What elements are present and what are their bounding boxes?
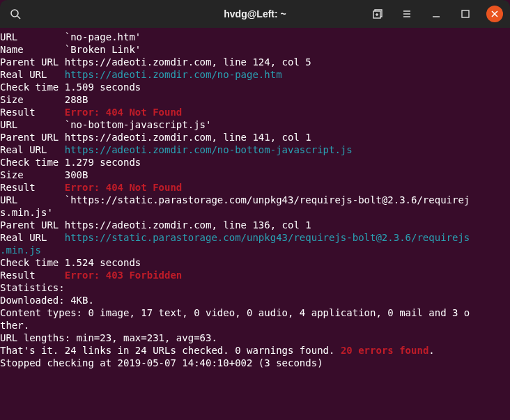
maximize-button[interactable] (457, 6, 474, 22)
entry-parent: Parent URL https://adeoti.zomdir.com, li… (0, 219, 510, 231)
entry-check: Check time 1.279 seconds (0, 156, 510, 169)
svg-point-0 (11, 10, 18, 17)
entry-url: URL `https://static.parastorage.com/unpk… (0, 194, 510, 206)
stats-heading: Statistics: (0, 281, 510, 294)
entry-real-cont: .min.js (0, 244, 510, 256)
entry-parent: Parent URL https://adeoti.zomdir.com, li… (0, 56, 510, 68)
entry-url: URL `no-bottom-javascript.js' (0, 118, 510, 131)
stats-downloaded: Downloaded: 4KB. (0, 294, 510, 306)
entry-check: Check time 1.509 seconds (0, 81, 510, 93)
title-bar: hvdg@Left: ~ (0, 0, 510, 28)
entry-result: Result Error: 404 Not Found (0, 106, 510, 118)
entry-real: Real URL https://static.parastorage.com/… (0, 231, 510, 244)
entry-result: Result Error: 403 Forbidden (0, 269, 510, 281)
entry-parent: Parent URL https://adeoti.zomdir.com, li… (0, 131, 510, 143)
entry-name: Name `Broken Link' (0, 43, 510, 56)
stats-url-lengths: URL lengths: min=23, max=231, avg=63. (0, 332, 510, 344)
error-text: Error: 403 Forbidden (65, 270, 183, 281)
stats-content-types-cont: ther. (0, 319, 510, 332)
entry-size: Size 300B (0, 169, 510, 181)
entry-real: Real URL https://adeoti.zomdir.com/no-pa… (0, 68, 510, 81)
real-url-link[interactable]: https://static.parastorage.com/unpkg43/r… (65, 232, 470, 243)
real-url-link[interactable]: https://adeoti.zomdir.com/no-bottom-java… (65, 144, 353, 155)
svg-line-1 (17, 16, 20, 19)
terminal-output[interactable]: URL `no-page.htm'Name `Broken Link'Paren… (0, 28, 510, 369)
svg-rect-9 (462, 10, 469, 17)
entry-check: Check time 1.524 seconds (0, 256, 510, 269)
new-tab-icon[interactable] (369, 6, 386, 22)
entry-size: Size 288B (0, 93, 510, 106)
menu-icon[interactable] (399, 6, 415, 22)
errors-found: 20 errors found (341, 345, 428, 356)
entry-url-cont: s.min.js' (0, 206, 510, 219)
summary-stopped: Stopped checking at 2019-05-07 14:40:10+… (0, 357, 510, 369)
stats-content-types: Content types: 0 image, 17 text, 0 video… (0, 306, 510, 319)
entry-url: URL `no-page.htm' (0, 31, 510, 43)
search-icon[interactable] (7, 6, 24, 22)
real-url-link[interactable]: https://adeoti.zomdir.com/no-page.htm (65, 69, 282, 80)
minimize-button[interactable] (428, 6, 445, 22)
error-text: Error: 404 Not Found (65, 107, 183, 118)
error-text: Error: 404 Not Found (65, 182, 183, 193)
real-url-link[interactable]: .min.js (0, 244, 41, 256)
close-button[interactable] (486, 6, 503, 22)
summary-line: That's it. 24 links in 24 URLs checked. … (0, 344, 510, 357)
entry-real: Real URL https://adeoti.zomdir.com/no-bo… (0, 143, 510, 156)
entry-result: Result Error: 404 Not Found (0, 181, 510, 194)
